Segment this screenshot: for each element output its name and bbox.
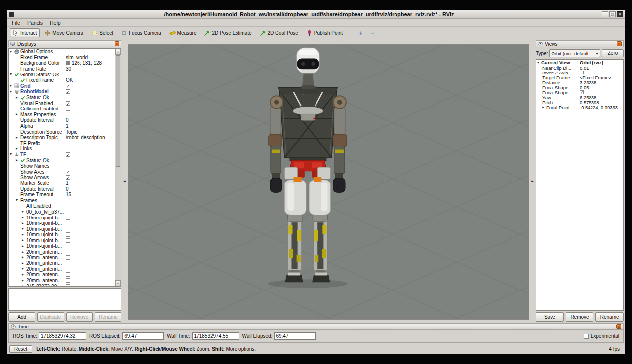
property-value[interactable] (66, 250, 114, 254)
time-close-icon[interactable]: ✕ (616, 324, 621, 329)
menu-help[interactable]: Help (46, 19, 64, 26)
displays-tree-row[interactable]: Marker Scale1 (9, 181, 115, 186)
views-table-row[interactable]: Yaw6.25858 (536, 95, 623, 100)
displays-tree-row[interactable]: Show Names (9, 163, 115, 169)
displays-tree-row[interactable]: ▸10mm-ujoint-b... (9, 232, 115, 238)
minimize-button[interactable]: – (602, 11, 608, 17)
expand-arrow-icon[interactable]: ▸ (22, 215, 26, 220)
displays-tree-row[interactable]: Description SourceTopic (9, 129, 115, 135)
property-value[interactable]: ✓ (66, 89, 114, 94)
checkbox-unchecked[interactable] (66, 216, 70, 220)
collapse-arrow-icon[interactable]: ▾ (10, 49, 14, 54)
displays-tree-row[interactable]: ▾Global Options (9, 49, 115, 55)
expand-arrow-icon[interactable]: ▸ (22, 221, 26, 226)
views-table-row[interactable]: Distance3.23388 (536, 80, 623, 85)
checkbox-unchecked[interactable] (66, 250, 70, 254)
property-value[interactable]: ✓ (66, 101, 114, 106)
tool-2d-pose-estimate[interactable]: 2D Pose Estimate (201, 28, 255, 37)
displays-tree-row[interactable]: ▸Status: Ok (9, 95, 115, 101)
checkbox-checked[interactable]: ✓ (66, 175, 70, 180)
checkbox-unchecked[interactable] (580, 71, 584, 74)
displays-tree-row[interactable]: Frame Rate30 (9, 66, 115, 72)
displays-tree-row[interactable]: ▸00_top_lvl_p37... (9, 209, 115, 215)
view-property-value[interactable]: ✓ (580, 90, 623, 94)
displays-tree-row[interactable]: Collision Enabled (9, 106, 115, 112)
tool-2d-goal-pose[interactable]: 2D Goal Pose (257, 28, 302, 37)
property-value[interactable] (66, 244, 114, 248)
color-swatch[interactable] (66, 61, 70, 65)
collapse-arrow-icon[interactable]: ▾ (10, 72, 14, 77)
views-remove-button[interactable]: Remove (566, 312, 594, 322)
displays-tree-row[interactable]: Show Arrows✓ (9, 175, 115, 181)
property-value[interactable] (66, 272, 114, 277)
checkbox-unchecked[interactable] (66, 284, 70, 286)
views-rename-button[interactable]: Rename (595, 312, 624, 322)
collapse-left-icon[interactable]: ◂ (123, 179, 126, 183)
views-table-row[interactable]: Focal Shape...✓ (536, 90, 623, 95)
views-close-icon[interactable]: ✕ (617, 41, 622, 46)
expand-arrow-icon[interactable]: ▸ (22, 232, 26, 237)
displays-add-button[interactable]: Add (8, 312, 35, 322)
displays-tree-row[interactable]: Background Color126; 131; 128 (9, 60, 115, 66)
tool-measure[interactable]: Measure (167, 28, 200, 37)
maximize-button[interactable]: □ (609, 11, 616, 17)
tool-focus-camera[interactable]: Focus Camera (118, 28, 165, 37)
remove-tool-button[interactable]: − (368, 29, 378, 36)
experimental-checkbox[interactable] (584, 334, 589, 339)
displays-tree-row[interactable]: Frame Timeout15 (9, 192, 115, 198)
current-view-row[interactable]: ▾ Current View Orbit (rviz) (536, 60, 623, 65)
displays-tree-row[interactable]: ▸Status: Ok (9, 157, 115, 163)
displays-tree-row[interactable]: ▸10mm-ujoint-b... (9, 243, 115, 249)
views-table-row[interactable]: Near Clip Di...0.01 (536, 65, 623, 70)
time-field-input[interactable]: 69.47 (122, 332, 164, 340)
displays-tree-row[interactable]: All Enabled (9, 203, 115, 209)
displays-tree-row[interactable]: ▸10mm-ujoint-b... (9, 226, 115, 232)
titlebar[interactable]: /home/newtonjeri/Humanoid_Robot_ws/insta… (7, 10, 625, 19)
views-save-button[interactable]: Save (536, 312, 564, 322)
checkbox-unchecked[interactable] (66, 272, 70, 277)
property-value[interactable]: OK (66, 77, 114, 83)
property-value[interactable] (66, 107, 114, 111)
displays-tree-row[interactable]: ▸Grid✓ (9, 83, 115, 89)
displays-tree-row[interactable]: ▸245-82972-00... (9, 283, 115, 286)
property-value[interactable] (66, 255, 114, 260)
property-value[interactable]: 15 (66, 192, 114, 197)
reset-button[interactable]: Reset (9, 345, 32, 353)
property-value[interactable] (66, 204, 114, 208)
time-field-input[interactable]: 69.47 (274, 332, 316, 340)
displays-tree-row[interactable]: ▸20mm_antenn... (9, 260, 115, 266)
views-table-row[interactable]: Target Frame<Fixed Frame> (536, 75, 623, 80)
displays-tree-row[interactable]: ▸10mm-ujoint-b... (9, 220, 115, 226)
displays-tree-row[interactable]: Update Interval0 (9, 186, 115, 192)
expand-arrow-icon[interactable]: ▸ (22, 238, 26, 243)
view-property-value[interactable] (580, 71, 623, 74)
checkbox-unchecked[interactable] (66, 278, 70, 283)
checkbox-unchecked[interactable] (66, 221, 70, 225)
property-value[interactable] (66, 227, 114, 231)
expand-arrow-icon[interactable]: ▸ (22, 226, 26, 231)
zero-button[interactable]: Zero (602, 49, 624, 57)
collapse-arrow-icon[interactable]: ▾ (537, 60, 541, 65)
expand-arrow-icon[interactable]: ▸ (22, 266, 26, 271)
time-panel-header[interactable]: Time ✕ (9, 323, 623, 330)
displays-tree-row[interactable]: ▾Global Status: Ok (9, 72, 115, 77)
displays-panel-header[interactable]: Displays ✕ (8, 40, 121, 47)
checkbox-checked[interactable]: ✓ (66, 84, 70, 88)
checkbox-unchecked[interactable] (66, 255, 70, 260)
splitter-right[interactable]: ▸ (529, 40, 536, 322)
displays-tree-row[interactable]: Visual Enabled✓ (9, 100, 115, 106)
checkbox-unchecked[interactable] (66, 238, 70, 243)
property-value[interactable]: sim_world (66, 55, 114, 60)
views-table-row[interactable]: Focal Shape...0.05 (536, 85, 623, 90)
expand-arrow-icon[interactable]: ▸ (22, 250, 26, 255)
collapse-right-icon[interactable]: ▸ (531, 179, 534, 183)
property-value[interactable]: ✓ (66, 175, 114, 180)
property-value[interactable] (66, 238, 114, 243)
displays-tree-row[interactable]: ▾TF✓ (9, 152, 115, 158)
menu-file[interactable]: File (8, 19, 24, 26)
checkbox-unchecked[interactable] (66, 107, 70, 111)
property-value[interactable]: ✓ (66, 170, 114, 174)
checkbox-unchecked[interactable] (66, 210, 70, 214)
property-value[interactable] (66, 164, 114, 168)
expand-arrow-icon[interactable]: ▸ (10, 83, 14, 88)
